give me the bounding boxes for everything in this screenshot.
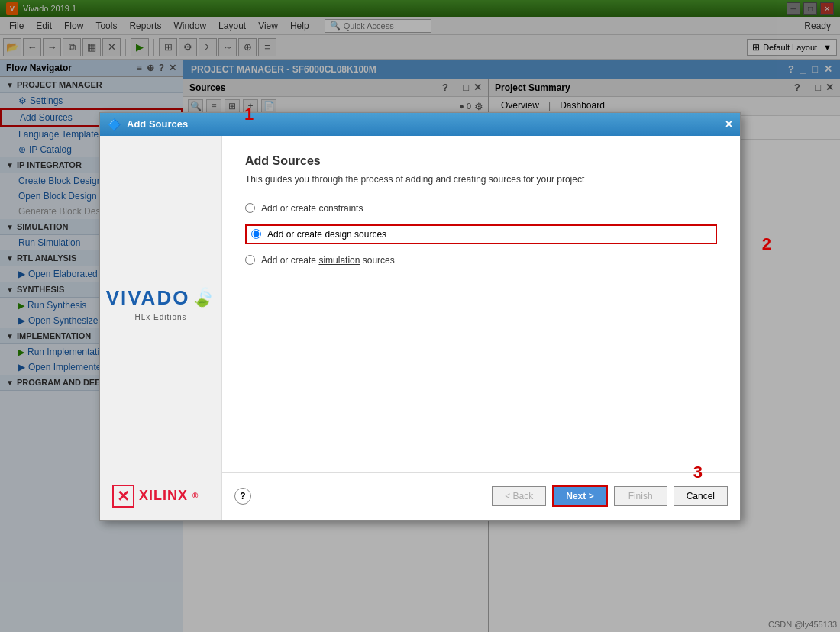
dialog-title-text: Add Sources bbox=[127, 118, 188, 130]
next-button[interactable]: Next > bbox=[552, 485, 607, 507]
dialog-help-button[interactable]: ? bbox=[234, 488, 251, 505]
step-2-label: 2 bbox=[762, 234, 771, 254]
step-3-label: 3 bbox=[693, 463, 703, 482]
vivado-logo: VIVADO 🍃 HLx Editions bbox=[106, 286, 216, 321]
label-constraints: Add or create constraints bbox=[261, 203, 363, 214]
dialog-content-panel: Add Sources This guides you through the … bbox=[222, 136, 740, 472]
dialog-body: VIVADO 🍃 HLx Editions Add Sources This g… bbox=[100, 136, 740, 472]
dialog-container: 1 2 3 🔷 Add Sources × VIVADO 🍃 bbox=[99, 112, 741, 521]
radio-constraints[interactable] bbox=[245, 203, 255, 213]
option-design-sources[interactable]: Add or create design sources bbox=[245, 224, 717, 244]
xilinx-logo: ✕ XILINX ® bbox=[112, 485, 198, 508]
finish-button[interactable]: Finish bbox=[614, 486, 667, 506]
label-design-sources: Add or create design sources bbox=[267, 229, 386, 240]
radio-simulation[interactable] bbox=[245, 255, 255, 265]
option-constraints[interactable]: Add or create constraints bbox=[245, 203, 717, 214]
simulation-underline: simulation bbox=[318, 255, 360, 266]
vivado-logo-row: VIVADO 🍃 bbox=[106, 286, 216, 310]
dialog-footer: ✕ XILINX ® ? < Back Next > Finish Cancel bbox=[100, 472, 740, 520]
xilinx-x-icon: ✕ bbox=[112, 485, 134, 508]
xilinx-text: XILINX bbox=[139, 488, 188, 504]
dialog-footer-logo: ✕ XILINX ® bbox=[100, 472, 222, 520]
option-simulation[interactable]: Add or create simulation sources bbox=[245, 255, 717, 266]
back-button[interactable]: < Back bbox=[492, 486, 546, 506]
dialog-title-bar: 🔷 Add Sources × bbox=[100, 113, 740, 136]
dialog-overlay: 1 2 3 🔷 Add Sources × VIVADO 🍃 bbox=[0, 0, 840, 632]
dialog-description: This guides you through the process of a… bbox=[245, 174, 717, 185]
vivado-text: VIVADO bbox=[106, 286, 190, 310]
radio-design-sources[interactable] bbox=[251, 229, 261, 239]
step-1-label: 1 bbox=[244, 105, 254, 124]
dialog-logo-panel: VIVADO 🍃 HLx Editions bbox=[100, 136, 222, 472]
dialog-heading: Add Sources bbox=[245, 154, 717, 168]
vivado-leaf-icon: 🍃 bbox=[190, 284, 219, 312]
cancel-button[interactable]: Cancel bbox=[674, 486, 728, 506]
dialog-footer-buttons: ? < Back Next > Finish Cancel bbox=[222, 472, 740, 520]
dialog-title-icon: 🔷 bbox=[108, 118, 121, 131]
label-simulation: Add or create simulation sources bbox=[261, 255, 395, 266]
vivado-edition-text: HLx Editions bbox=[106, 313, 216, 321]
xilinx-registered: ® bbox=[192, 492, 198, 500]
add-sources-dialog: 🔷 Add Sources × VIVADO 🍃 HLx Editions bbox=[99, 112, 741, 521]
watermark: CSDN @ly455133 bbox=[768, 620, 837, 629]
dialog-close-button[interactable]: × bbox=[725, 118, 732, 131]
